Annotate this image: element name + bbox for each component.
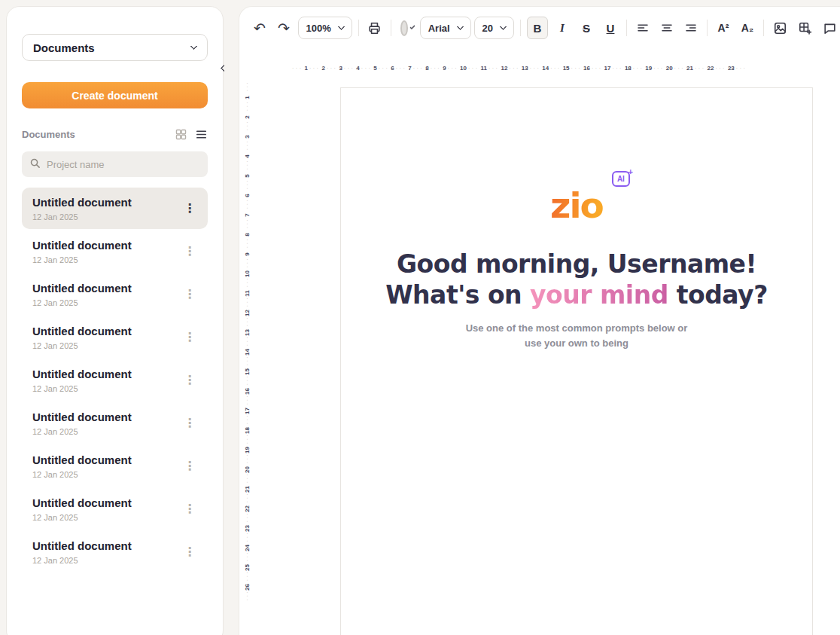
font-family-dropdown[interactable]: Arial xyxy=(420,17,471,39)
strikethrough-button[interactable]: S xyxy=(577,17,596,39)
document-title: Untitled document xyxy=(32,324,132,339)
sidebar: Documents Create document Documents Unti… xyxy=(6,6,224,635)
document-list-item[interactable]: Untitled document 12 Jan 2025 ⋮ xyxy=(22,273,208,315)
ai-badge-icon: AI + xyxy=(612,171,630,187)
document-list: Untitled document 12 Jan 2025 ⋮ Untitled… xyxy=(22,188,208,574)
create-document-button[interactable]: Create document xyxy=(22,82,208,108)
kebab-menu-icon[interactable]: ⋮ xyxy=(181,201,199,216)
kebab-menu-icon[interactable]: ⋮ xyxy=(181,545,199,560)
document-list-item[interactable]: Untitled document 12 Jan 2025 ⋮ xyxy=(22,230,208,272)
undo-button[interactable]: ↶ xyxy=(250,17,269,39)
insert-table-button[interactable] xyxy=(795,17,815,39)
ruler-number: 23 xyxy=(243,525,251,532)
print-button[interactable] xyxy=(365,17,385,39)
underline-button[interactable]: U xyxy=(601,17,620,39)
search-icon xyxy=(29,157,41,172)
document-title: Untitled document xyxy=(32,410,132,425)
document-date: 12 Jan 2025 xyxy=(32,470,132,479)
align-left-icon xyxy=(636,21,650,35)
ruler-number: 3 xyxy=(242,135,251,138)
subscript-button[interactable]: A₂ xyxy=(738,17,757,39)
chevron-down-icon xyxy=(409,24,415,30)
ruler-number: 21 xyxy=(243,486,251,493)
list-view-icon[interactable] xyxy=(195,128,208,141)
ruler-number: 16 xyxy=(583,65,590,72)
document-title: Untitled document xyxy=(32,539,132,554)
grid-view-icon[interactable] xyxy=(175,128,187,141)
subscript-label: A₂ xyxy=(741,22,753,34)
kebab-menu-icon[interactable]: ⋮ xyxy=(181,502,199,517)
kebab-menu-icon[interactable]: ⋮ xyxy=(181,373,199,388)
superscript-button[interactable]: A² xyxy=(714,17,733,39)
document-title: Untitled document xyxy=(32,195,132,210)
workspace-selector[interactable]: Documents xyxy=(22,34,208,61)
table-add-icon xyxy=(798,21,812,35)
toolbar-divider xyxy=(763,20,764,36)
underline-label: U xyxy=(607,22,615,35)
ruler-number: 9 xyxy=(242,252,251,255)
search-box xyxy=(22,151,208,177)
greeting-heading: Good morning, Username! What's on your m… xyxy=(341,249,812,310)
ruler-number: 2 xyxy=(242,115,251,118)
toolbar-divider xyxy=(358,20,359,36)
document-list-item[interactable]: Untitled document 12 Jan 2025 ⋮ xyxy=(22,488,208,530)
align-right-button[interactable] xyxy=(681,17,701,39)
kebab-menu-icon[interactable]: ⋮ xyxy=(181,416,199,431)
ruler-number: 19 xyxy=(243,447,251,453)
document-title: Untitled document xyxy=(32,496,132,511)
ruler-number: 9 xyxy=(443,65,446,72)
kebab-menu-icon[interactable]: ⋮ xyxy=(181,244,199,259)
bold-button[interactable]: B xyxy=(527,17,548,39)
document-page[interactable]: zio AI + Good morning, Username! What's … xyxy=(340,87,813,635)
ruler-number: 2 xyxy=(321,65,324,72)
chevron-down-icon xyxy=(337,23,345,31)
italic-label: I xyxy=(560,22,565,35)
document-list-item[interactable]: Untitled document 12 Jan 2025 ⋮ xyxy=(22,402,208,444)
collapse-sidebar-button[interactable] xyxy=(218,63,229,73)
kebab-menu-icon[interactable]: ⋮ xyxy=(181,459,199,474)
redo-button[interactable]: ↷ xyxy=(274,17,294,39)
font-size-value: 20 xyxy=(482,23,493,34)
ruler-number: 14 xyxy=(243,349,251,356)
text-color-button[interactable] xyxy=(397,17,417,39)
font-size-dropdown[interactable]: 20 xyxy=(474,17,514,39)
ruler-number: 4 xyxy=(356,65,359,72)
ruler-number: 1 xyxy=(242,96,251,99)
insert-image-button[interactable] xyxy=(770,17,790,39)
bold-label: B xyxy=(534,22,542,35)
italic-button[interactable]: I xyxy=(552,17,572,39)
printer-icon xyxy=(367,21,382,35)
ruler-number: 18 xyxy=(243,427,251,434)
editor-toolbar: ↶ ↷ 100% Arial 20 B xyxy=(239,7,840,49)
document-list-item[interactable]: Untitled document 12 Jan 2025 ⋮ xyxy=(22,445,208,487)
document-list-item[interactable]: Untitled document 12 Jan 2025 ⋮ xyxy=(22,531,208,572)
document-date: 12 Jan 2025 xyxy=(32,341,132,350)
documents-list-header: Documents xyxy=(22,129,75,140)
kebab-menu-icon[interactable]: ⋮ xyxy=(181,330,199,345)
document-date: 12 Jan 2025 xyxy=(32,255,132,264)
align-center-button[interactable] xyxy=(657,17,677,39)
ruler-number: 22 xyxy=(243,505,251,512)
greeting-highlight: your mind xyxy=(530,280,668,310)
zoom-value: 100% xyxy=(306,23,331,34)
ruler-number: 5 xyxy=(373,65,376,72)
document-list-item[interactable]: Untitled document 12 Jan 2025 ⋮ xyxy=(22,316,208,358)
vertical-ruler[interactable]: ···1···2···3···4···5···6···7···8···9···1… xyxy=(240,82,254,635)
kebab-menu-icon[interactable]: ⋮ xyxy=(181,287,199,302)
align-left-button[interactable] xyxy=(633,17,653,39)
color-swatch-icon xyxy=(400,20,408,36)
comment-button[interactable] xyxy=(820,17,840,39)
subtitle-line2: use your own to being xyxy=(525,337,628,349)
chevron-down-icon xyxy=(190,43,198,50)
ruler-number: 6 xyxy=(391,65,394,72)
document-list-item[interactable]: Untitled document 12 Jan 2025 ⋮ xyxy=(22,359,208,401)
chevron-left-icon xyxy=(220,64,227,72)
zoom-dropdown[interactable]: 100% xyxy=(298,17,352,39)
search-input[interactable] xyxy=(47,159,200,170)
greeting-line2-post: today? xyxy=(668,280,768,310)
horizontal-ruler[interactable]: ···1···2···3···4···5···6···7···8···9···1… xyxy=(291,63,817,73)
document-list-item[interactable]: Untitled document 12 Jan 2025 ⋮ xyxy=(22,188,208,229)
chevron-down-icon xyxy=(500,23,507,31)
ruler-number: 6 xyxy=(242,194,251,197)
ruler-number: 12 xyxy=(501,65,507,72)
